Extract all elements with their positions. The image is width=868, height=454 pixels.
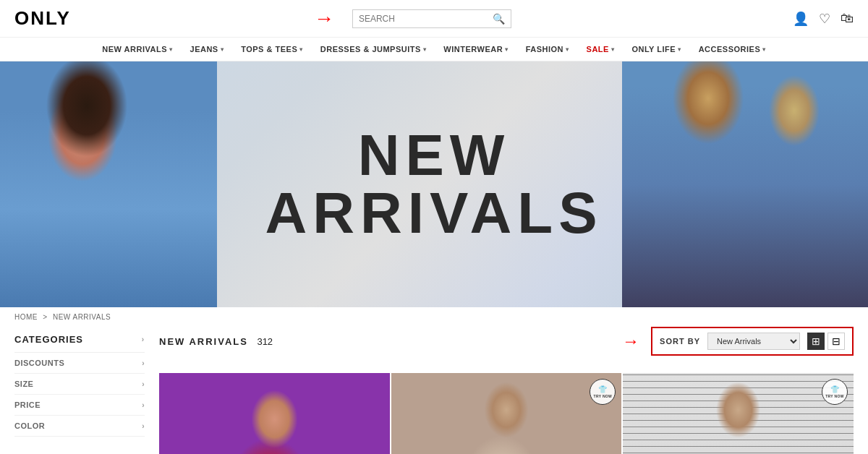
chevron-down-icon: ▾ — [762, 46, 766, 53]
brand-logo[interactable]: ONLY — [14, 7, 71, 30]
try-now-badge[interactable]: 👕 TRY NOW — [822, 379, 848, 405]
chevron-right-icon: › — [142, 422, 145, 430]
sort-label: SORT BY — [660, 337, 700, 346]
hero-title-line2: ARRIVALS — [265, 184, 603, 242]
products-title-area: NEW ARRIVALS 312 — [159, 335, 273, 348]
hero-figure-right — [622, 61, 868, 307]
hero-text: NEW ARRIVALS — [265, 127, 603, 242]
search-arrow-indicator: → — [314, 7, 334, 30]
nav-item-winterwear[interactable]: WINTERWEAR ▾ — [443, 45, 508, 53]
chevron-down-icon: ▾ — [299, 46, 303, 53]
main-nav: NEW ARRIVALS ▾ JEANS ▾ TOPS & TEES ▾ DRE… — [0, 38, 868, 61]
header: ONLY → 🔍 👤 ♡ 🛍 — [0, 0, 868, 38]
cart-icon[interactable]: 🛍 — [841, 11, 854, 26]
sidebar-categories-title[interactable]: CATEGORIES › — [14, 327, 145, 353]
sidebar: CATEGORIES › DISCOUNTS › SIZE › PRICE › … — [14, 327, 159, 454]
nav-item-tops-tees[interactable]: TOPS & TEES ▾ — [241, 45, 303, 53]
search-icon-button[interactable]: 🔍 — [493, 13, 505, 25]
sort-select[interactable]: New Arrivals Price: Low to High Price: H… — [707, 333, 800, 350]
chevron-down-icon: ▾ — [505, 46, 509, 53]
sort-area: SORT BY New Arrivals Price: Low to High … — [651, 327, 854, 356]
sidebar-item-size[interactable]: SIZE › — [14, 374, 145, 395]
chevron-right-icon: › — [142, 359, 145, 367]
hero-banner: NEW ARRIVALS — [0, 61, 868, 307]
product-image — [159, 373, 390, 454]
hero-title-line1: NEW — [265, 127, 603, 184]
breadcrumb-separator: > — [43, 313, 47, 321]
try-now-icon: 👕 — [830, 385, 839, 394]
sidebar-categories-section: CATEGORIES › DISCOUNTS › SIZE › PRICE › … — [14, 327, 145, 437]
nav-item-accessories[interactable]: ACCESSORIES ▾ — [699, 45, 766, 53]
chevron-right-icon: › — [142, 380, 145, 388]
products-header: NEW ARRIVALS 312 → SORT BY New Arrivals … — [159, 327, 854, 361]
product-image — [623, 373, 854, 454]
product-card[interactable]: 👕 TRY NOW — [391, 373, 622, 454]
breadcrumb-current: NEW ARRIVALS — [53, 313, 111, 321]
nav-item-dresses[interactable]: DRESSES & JUMPSUITS ▾ — [320, 45, 427, 53]
try-now-icon: 👕 — [598, 385, 607, 394]
nav-item-jeans[interactable]: JEANS ▾ — [190, 45, 224, 53]
chevron-right-icon: › — [142, 401, 145, 409]
product-model-figure — [159, 373, 390, 454]
account-icon[interactable]: 👤 — [793, 11, 809, 27]
product-model-figure — [623, 373, 854, 454]
nav-item-only-life[interactable]: ONLY LIFE ▾ — [631, 45, 681, 53]
header-icons: 👤 ♡ 🛍 — [793, 11, 854, 27]
sidebar-item-discounts[interactable]: DISCOUNTS › — [14, 353, 145, 374]
search-input[interactable] — [359, 14, 493, 24]
nav-item-new-arrivals[interactable]: NEW ARRIVALS ▾ — [102, 45, 172, 53]
chevron-down-icon: ▾ — [169, 46, 173, 53]
sort-arrow-indicator: → — [622, 331, 639, 351]
products-grid: 👕 TRY NOW 👕 TRY NOW — [159, 373, 854, 454]
product-card[interactable] — [159, 373, 390, 454]
sidebar-item-price[interactable]: PRICE › — [14, 395, 145, 416]
products-title: NEW ARRIVALS — [159, 336, 248, 347]
search-icon: 🔍 — [493, 13, 505, 25]
view-icons: ⊞ ⊟ — [807, 333, 845, 350]
list-view-button[interactable]: ⊟ — [827, 333, 845, 350]
chevron-down-icon: ▾ — [678, 46, 681, 53]
hero-model-left — [0, 61, 217, 307]
products-main: NEW ARRIVALS 312 → SORT BY New Arrivals … — [159, 327, 854, 454]
chevron-down-icon: ▾ — [221, 46, 224, 53]
wishlist-icon[interactable]: ♡ — [819, 11, 830, 27]
breadcrumb-home[interactable]: HOME — [14, 313, 38, 321]
product-model-figure — [391, 373, 622, 454]
chevron-down-icon: ▾ — [611, 46, 615, 53]
hero-model-right — [622, 61, 868, 307]
search-container: 🔍 — [352, 9, 511, 28]
breadcrumb: HOME > NEW ARRIVALS — [0, 307, 868, 327]
content-area: CATEGORIES › DISCOUNTS › SIZE › PRICE › … — [0, 327, 868, 454]
sidebar-item-color[interactable]: COLOR › — [14, 416, 145, 437]
nav-item-fashion[interactable]: FASHION ▾ — [526, 45, 569, 53]
products-count: 312 — [257, 336, 273, 347]
page-content: HOME > NEW ARRIVALS CATEGORIES › DISCOUN… — [0, 307, 868, 454]
chevron-down-icon: ▾ — [566, 46, 569, 53]
chevron-down-icon: ▾ — [423, 46, 427, 53]
nav-item-sale[interactable]: SALE ▾ — [587, 45, 615, 53]
chevron-right-icon: › — [142, 335, 145, 343]
product-image — [391, 373, 622, 454]
hero-figure-left — [0, 61, 217, 307]
grid-view-button[interactable]: ⊞ — [807, 333, 825, 350]
product-card[interactable]: 👕 TRY NOW — [623, 373, 854, 454]
